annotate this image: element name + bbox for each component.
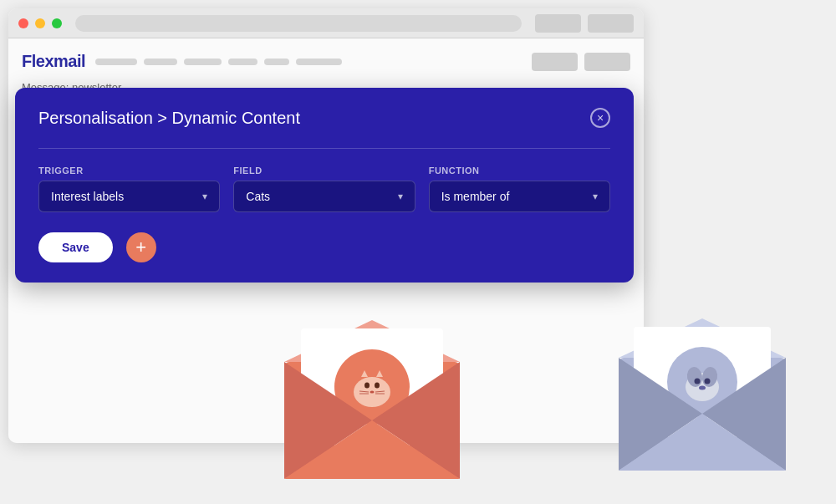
function-label: FUNCTION <box>429 165 610 176</box>
close-dot[interactable] <box>18 18 28 28</box>
svg-point-43 <box>705 379 711 384</box>
trigger-value: Interest labels <box>51 190 124 203</box>
function-field-group: FUNCTION Is member of ▾ <box>429 165 610 212</box>
modal-dialog: Personalisation > Dynamic Content × TRIG… <box>15 88 634 283</box>
svg-rect-37 <box>634 327 771 437</box>
svg-marker-36 <box>619 318 786 358</box>
chevron-down-icon: ▾ <box>398 191 403 202</box>
modal-divider <box>38 148 610 149</box>
app-topbar: Flexmail <box>22 52 630 71</box>
minimize-dot[interactable] <box>35 18 45 28</box>
topbar-btn-1[interactable] <box>532 53 578 71</box>
modal-fields: TRIGGER Interest labels ▾ FIELD Cats ▾ F… <box>38 165 610 212</box>
modal-header: Personalisation > Dynamic Content × <box>38 108 610 128</box>
chevron-down-icon: ▾ <box>593 191 598 202</box>
close-button[interactable]: × <box>590 108 610 128</box>
svg-point-39 <box>686 373 719 401</box>
nav-pill <box>144 59 177 65</box>
save-button[interactable]: Save <box>38 232 113 262</box>
trigger-field-group: TRIGGER Interest labels ▾ <box>38 165 220 212</box>
maximize-dot[interactable] <box>52 18 62 28</box>
svg-marker-46 <box>702 358 786 471</box>
svg-point-42 <box>695 379 701 384</box>
url-bar[interactable] <box>75 15 522 32</box>
browser-titlebar <box>8 8 644 38</box>
topbar-buttons <box>532 53 630 71</box>
trigger-label: TRIGGER <box>38 165 220 176</box>
flexmail-logo: Flexmail <box>22 52 85 71</box>
nav-pill-active <box>264 59 289 65</box>
svg-rect-35 <box>619 358 786 471</box>
modal-title: Personalisation > Dynamic Content <box>38 109 300 128</box>
nav-pills <box>95 59 522 65</box>
function-select[interactable]: Is member of ▾ <box>429 181 610 212</box>
field-value: Cats <box>246 190 270 203</box>
field-select[interactable]: Cats ▾ <box>233 181 415 212</box>
nav-pill <box>296 59 342 65</box>
nav-pill <box>95 59 137 65</box>
modal-title-main: Personalisation <box>38 109 153 127</box>
field-field-group: FIELD Cats ▾ <box>233 165 415 212</box>
svg-point-44 <box>699 386 706 390</box>
modal-title-separator: > <box>157 109 171 127</box>
svg-point-38 <box>667 347 737 417</box>
svg-point-41 <box>701 366 719 389</box>
add-row-button[interactable]: + <box>126 232 156 262</box>
nav-pill <box>228 59 257 65</box>
browser-ctrl-2 <box>588 14 634 33</box>
svg-marker-47 <box>619 414 786 471</box>
browser-ctrl-1 <box>535 14 581 33</box>
modal-footer: Save + <box>38 232 610 262</box>
field-label: FIELD <box>233 165 415 176</box>
modal-title-sub: Dynamic Content <box>172 109 300 127</box>
chevron-down-icon: ▾ <box>202 191 207 202</box>
nav-pill <box>184 59 222 65</box>
function-value: Is member of <box>441 190 510 203</box>
topbar-btn-2[interactable] <box>584 53 630 71</box>
trigger-select[interactable]: Interest labels ▾ <box>38 181 220 212</box>
svg-point-40 <box>686 366 704 389</box>
